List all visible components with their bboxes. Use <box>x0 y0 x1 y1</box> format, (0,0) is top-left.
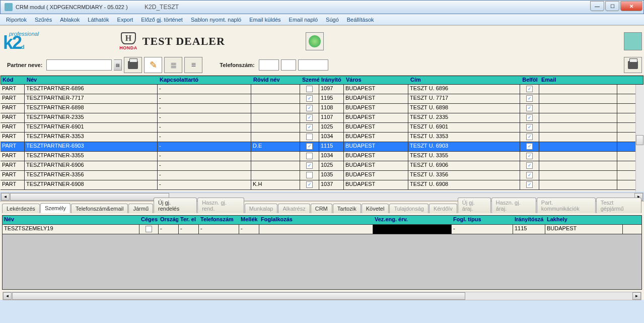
checkbox-icon[interactable]: ✓ <box>306 143 313 150</box>
col-kapcsolattarto[interactable]: Kapcsolattartó <box>158 76 252 84</box>
col-nev[interactable]: Név <box>25 76 158 84</box>
globe-button[interactable] <box>306 32 324 50</box>
menu-item-4[interactable]: Export <box>113 16 137 24</box>
checkbox-icon[interactable]: ✓ <box>526 124 533 131</box>
close-button[interactable]: ✕ <box>620 1 642 11</box>
dcol-orszag[interactable]: Ország <box>159 216 179 224</box>
col-cim[interactable]: Cím <box>409 76 521 84</box>
tab-9[interactable]: Tartozik <box>333 204 361 213</box>
checkbox-icon[interactable]: ✓ <box>526 105 533 111</box>
dcol-ter[interactable]: Ter. el <box>179 216 199 224</box>
minimize-button[interactable]: — <box>590 1 604 11</box>
partner-name-input[interactable] <box>46 59 112 71</box>
checkbox-icon[interactable]: ✓ <box>306 181 313 188</box>
telefon-input-1[interactable] <box>259 59 279 71</box>
filter-button-1[interactable]: ≣ <box>164 57 182 73</box>
checkbox-icon[interactable]: ✓ <box>306 105 313 111</box>
checkbox-icon[interactable] <box>306 134 313 140</box>
col-rovid-nev[interactable]: Rövid név <box>252 76 301 84</box>
table-row[interactable]: PARTTESZTPARTNER-7717-✓1195BUDAPESTTESZT… <box>1 94 643 104</box>
print-button-1[interactable] <box>124 57 142 73</box>
dcol-foglalkozas[interactable]: Foglalkozás <box>259 216 373 224</box>
tab-13: Új gj. áraj. <box>458 198 491 213</box>
checkbox-icon[interactable]: ✓ <box>306 95 313 102</box>
col-szemely[interactable]: Szemé <box>301 76 320 84</box>
table-row[interactable]: PARTTESZTPARTNER-6906-✓1025BUDAPESTTESZT… <box>1 161 643 171</box>
filter-icon: ≣ <box>170 60 177 70</box>
tab-4[interactable]: Új gj. rendelés <box>154 198 197 213</box>
table-row[interactable]: PARTTESZTPARTNER-6896-1097BUDAPESTTESZT … <box>1 85 643 94</box>
table-row[interactable]: PARTTESZTPARTNER-6901-✓1025BUDAPESTTESZT… <box>1 123 643 133</box>
col-varos[interactable]: Város <box>344 76 409 84</box>
menu-item-9[interactable]: Súgó <box>322 16 343 24</box>
checkbox-icon[interactable]: ✓ <box>306 162 313 169</box>
tab-7: Alkatrész <box>278 204 310 213</box>
checkbox-icon[interactable] <box>146 226 152 232</box>
checkbox-icon[interactable]: ✓ <box>526 143 533 150</box>
menu-item-10[interactable]: Beállítások <box>343 16 378 24</box>
globe-icon <box>309 35 321 47</box>
edit-button[interactable] <box>624 32 642 50</box>
table-row[interactable]: PARTTESZTPARTNER-2335-✓1107BUDAPESTTESZT… <box>1 113 643 123</box>
filter-button-2[interactable]: ≡ <box>184 57 202 73</box>
table-row[interactable]: PARTTESZTPARTNER-6908-K.H✓1037BUDAPESTTE… <box>1 180 643 190</box>
tab-12: Kérdőív <box>429 204 457 213</box>
print-button-2[interactable] <box>624 57 642 73</box>
telefon-input-2[interactable] <box>281 59 296 71</box>
col-email[interactable]: Email <box>540 76 618 84</box>
checkbox-icon[interactable]: ✓ <box>526 181 533 188</box>
checkbox-icon[interactable]: ✓ <box>526 134 533 140</box>
menu-item-3[interactable]: Láthatók <box>84 16 113 24</box>
checkbox-icon[interactable]: ✓ <box>526 95 533 102</box>
menu-item-1[interactable]: Szűrés <box>31 16 56 24</box>
clear-button[interactable]: ✎ <box>144 57 162 73</box>
menu-item-6[interactable]: Sablon nyomt. napló <box>187 16 245 24</box>
dcol-vezeng[interactable]: Vez.eng. érv. <box>373 216 452 224</box>
tab-8[interactable]: CRM <box>311 204 332 213</box>
telefon-input-3[interactable] <box>298 59 328 71</box>
partner-name-dropdown-icon[interactable]: ▤ <box>114 59 122 71</box>
checkbox-icon[interactable] <box>306 153 313 159</box>
telefon-label: Telefonszám: <box>220 62 254 68</box>
col-belfoldi[interactable]: Belföl <box>521 76 540 84</box>
checkbox-icon[interactable]: ✓ <box>306 114 313 121</box>
maximize-button[interactable]: ☐ <box>605 1 619 11</box>
k2d-logo: professional k2d <box>3 31 39 52</box>
dcol-lakhely[interactable]: Lakhely <box>545 216 623 224</box>
dcol-mellek[interactable]: Mellék <box>239 216 259 224</box>
checkbox-icon[interactable]: ✓ <box>526 114 533 121</box>
menu-item-0[interactable]: Riportok <box>2 16 31 24</box>
tab-0[interactable]: Lekérdezés <box>2 204 40 213</box>
vertical-scrollbar[interactable] <box>635 85 644 191</box>
table-row[interactable]: PARTTESZTPARTNER-3353-1034BUDAPESTTESZT … <box>1 133 643 142</box>
checkbox-icon[interactable]: ✓ <box>526 162 533 169</box>
tab-3[interactable]: Jármű <box>128 204 153 213</box>
horizontal-scrollbar-bottom[interactable]: ◄ ► <box>3 292 641 300</box>
dcol-ceges[interactable]: Céges <box>139 216 159 224</box>
dcol-fogl-tipus[interactable]: Fogl. típus <box>452 216 513 224</box>
dcol-nev[interactable]: Név <box>3 216 139 224</box>
col-iranyitoszam[interactable]: Irányító <box>320 76 344 84</box>
tab-10[interactable]: Követel <box>362 204 389 213</box>
menu-item-5[interactable]: Előző gj. történet <box>137 16 187 24</box>
menu-item-2[interactable]: Ablakok <box>56 16 84 24</box>
dcol-irsz[interactable]: Irányítószá <box>513 216 545 224</box>
checkbox-icon[interactable]: ✓ <box>526 86 533 92</box>
checkbox-icon[interactable] <box>306 172 313 178</box>
menu-item-8[interactable]: Email napló <box>285 16 322 24</box>
partner-grid: Kód Név Kapcsolattartó Rövid név Szemé I… <box>0 76 644 191</box>
menu-item-7[interactable]: Email küldés <box>245 16 284 24</box>
checkbox-icon[interactable]: ✓ <box>526 172 533 178</box>
checkbox-icon[interactable]: ✓ <box>306 124 313 131</box>
table-row[interactable]: PARTTESZTPARTNER-6903-D.E✓1115BUDAPESTTE… <box>1 142 643 152</box>
dcol-telefon[interactable]: Telefonszám <box>199 216 239 224</box>
tab-2[interactable]: Telefonszám&email <box>71 204 128 213</box>
checkbox-icon[interactable]: ✓ <box>526 153 533 159</box>
table-row[interactable]: PARTTESZTPARTNER-6898-✓1108BUDAPESTTESZT… <box>1 104 643 113</box>
table-row[interactable]: PARTTESZTPARTNER-3355-1034BUDAPESTTESZT … <box>1 152 643 161</box>
col-kod[interactable]: Kód <box>1 76 25 84</box>
detail-row[interactable]: TESZTSZEMELY19-----1115BUDAPEST <box>3 225 641 234</box>
tab-1[interactable]: Személy <box>40 203 70 213</box>
checkbox-icon[interactable] <box>306 86 313 92</box>
table-row[interactable]: PARTTESZTPARTNER-3356-1035BUDAPESTTESZT … <box>1 171 643 180</box>
